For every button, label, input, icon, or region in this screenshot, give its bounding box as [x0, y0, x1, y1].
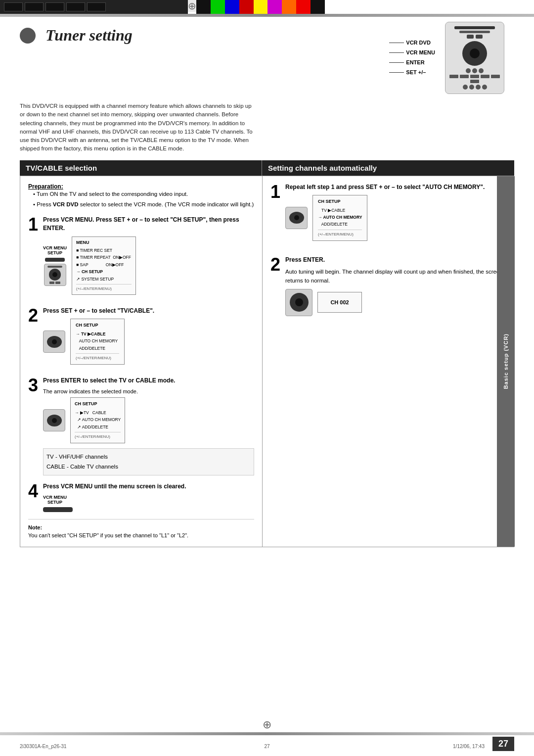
- sc-step-1-diagram: CH SETUP TV ▶CABLE → AUTO CH MEMORY ADD/…: [285, 195, 506, 240]
- step-2-number: 2: [28, 307, 38, 325]
- top-bar: ⊕: [0, 0, 534, 14]
- page-content: Tuner setting VCR DVD VCR MENU ENTER: [0, 17, 534, 557]
- sidebar-tab-area: Basic setup (VCR): [497, 176, 515, 547]
- footer-page-number-center: 27: [264, 744, 269, 749]
- channel-counter-screen: CH 002: [317, 292, 362, 313]
- note-title: Note:: [28, 523, 254, 532]
- left-column: Preparation: Turn ON the TV and select t…: [20, 176, 263, 547]
- step-2-diagram: CH SETUP → TV ▶CABLE AUTO CH MEMORY ADD/…: [43, 319, 254, 364]
- description-row: This DVD/VCR is equipped with a channel …: [20, 102, 514, 153]
- sc-step-2-text: Press ENTER.: [285, 256, 506, 264]
- tv-channels-label: TV - VHF/UHF channels: [46, 452, 118, 462]
- sc-step-1-text: Repeat left step 1 and press SET + or – …: [285, 183, 506, 191]
- section-header-setting-channels: Setting channels automatically: [262, 160, 514, 176]
- section-headers-row: TV/CABLE selection Setting channels auto…: [20, 160, 514, 176]
- sc-ch-setup-title: CH SETUP: [318, 198, 362, 205]
- page-title: Tuner setting: [45, 27, 133, 43]
- sc-ch-setup-screen: CH SETUP TV ▶CABLE → AUTO CH MEMORY ADD/…: [312, 195, 367, 240]
- step-3-diagram: CH SETUP → ▶TV CABLE ↗ AUTO CH MEMORY ↗ …: [43, 397, 254, 443]
- tv-cable-step-4: 4 Press VCR MENU until the menu screen i…: [28, 482, 254, 512]
- screen-footer-1: (+/–/ENTER/MENU): [76, 284, 132, 292]
- bottom-crosshair: ⊕: [263, 718, 271, 731]
- step-2-text: Press SET + or – to select "TV/CABLE".: [43, 307, 254, 315]
- color-block-blue: [225, 0, 239, 14]
- tv-cable-step-3: 3 Press ENTER to select the TV or CABLE …: [28, 377, 254, 475]
- preparation-title: Preparation:: [28, 183, 254, 190]
- step-4-number: 4: [28, 482, 38, 500]
- color-block-yellow: [254, 0, 268, 14]
- channels-info: TV - VHF/UHF channels CABLE - Cable TV c…: [43, 448, 254, 475]
- color-block-red2: [296, 0, 311, 14]
- note-text: You can't select "CH SETUP" if you set t…: [28, 531, 254, 540]
- top-bar-center: ⊕: [188, 0, 196, 12]
- step-4-text: Press VCR MENU until the menu screen is …: [43, 482, 254, 491]
- remote-label-vcr-dvd: VCR DVD: [389, 40, 435, 46]
- sc-step-2-diagram: CH 002: [285, 289, 506, 316]
- footnote-box: Note: You can't select "CH SETUP" if you…: [28, 519, 254, 540]
- color-block-purple: [267, 0, 282, 14]
- sc-step-2: 2 Press ENTER. Auto tuning will begin. T…: [270, 256, 506, 321]
- section-header-tv-cable: TV/CABLE selection: [20, 160, 262, 176]
- bar-block-3: [45, 2, 64, 11]
- prep-item-1: Turn ON the TV and select to the corresp…: [28, 190, 254, 198]
- sc-step-1-content: Repeat left step 1 and press SET + or – …: [285, 183, 506, 246]
- top-bar-right: [196, 0, 325, 14]
- footer-file-left: 2i30301A-En_p26-31: [20, 744, 67, 749]
- step-3-content: Press ENTER to select the TV or CABLE mo…: [43, 377, 254, 475]
- sc-step-2-number: 2: [270, 256, 280, 274]
- color-block-black2: [311, 0, 325, 14]
- remote-label-enter: ENTER: [389, 59, 435, 65]
- sc-step-1-number: 1: [270, 183, 280, 201]
- prep-item-2: Press VCR DVD selector to select the VCR…: [28, 200, 254, 209]
- screen-footer-3: (+/–/ENTER/MENU): [75, 432, 121, 440]
- sc-screen-footer: (+/–/ENTER/MENU): [318, 230, 362, 238]
- sc-step-2-content: Press ENTER. Auto tuning will begin. The…: [285, 256, 506, 321]
- cable-channels-label: CABLE - Cable TV channels: [46, 462, 118, 472]
- bar-block-4: [66, 2, 85, 11]
- step-1-diagram: VCR MENUSETUP: [43, 236, 254, 295]
- color-block-black: [196, 0, 211, 14]
- tv-cable-step-2: 2 Press SET + or – to select "TV/CABLE".…: [28, 307, 254, 370]
- step-1-number: 1: [28, 216, 38, 234]
- title-icon: [20, 28, 36, 44]
- color-block-red1: [239, 0, 254, 14]
- remote-visual: [445, 22, 504, 94]
- ch-setup-title-2: CH SETUP: [76, 322, 119, 329]
- step-4-content: Press VCR MENU until the menu screen is …: [43, 482, 254, 512]
- menu-screen: MENU ■ TIMER REC SET ■ TIMER REPEAT ON▶O…: [72, 236, 136, 295]
- ch-setup-title-3: CH SETUP: [75, 400, 121, 408]
- right-column: 1 Repeat left step 1 and press SET + or …: [263, 176, 514, 547]
- top-bar-left: [0, 0, 188, 14]
- step-2-content: Press SET + or – to select "TV/CABLE". C…: [43, 307, 254, 370]
- step-3-note: The arrow indicates the selected mode.: [43, 388, 254, 394]
- footer-date: 1/12/06, 17:43: [453, 744, 485, 749]
- preparation-box: Preparation: Turn ON the TV and select t…: [28, 183, 254, 209]
- step-1-content: Press VCR MENU. Press SET + or – to sele…: [43, 216, 254, 300]
- sc-step-1: 1 Repeat left step 1 and press SET + or …: [270, 183, 506, 246]
- sidebar-tab-label: Basic setup (VCR): [503, 329, 509, 394]
- step-3-number: 3: [28, 377, 38, 394]
- vcr-menu-label: VCR MENUSETUP: [43, 245, 67, 255]
- tv-cable-step-1: 1 Press VCR MENU. Press SET + or – to se…: [28, 216, 254, 300]
- remote-label-vcr-menu: VCR MENU: [389, 49, 435, 55]
- screen-footer-2: (+/–/ENTER/MENU): [76, 353, 119, 362]
- title-section: Tuner setting VCR DVD VCR MENU ENTER: [20, 27, 514, 94]
- color-block-orange: [282, 0, 296, 14]
- bar-block-1: [4, 2, 23, 11]
- step-3-text: Press ENTER to select the TV or CABLE mo…: [43, 377, 254, 385]
- tv-cable-screen: CH SETUP → ▶TV CABLE ↗ AUTO CH MEMORY ↗ …: [70, 397, 125, 443]
- color-block-green: [211, 0, 225, 14]
- step-1-text: Press VCR MENU. Press SET + or – to sele…: [43, 216, 254, 233]
- bar-block-5: [87, 2, 106, 11]
- page-number-box: 27: [492, 737, 514, 751]
- header-description: This DVD/VCR is equipped with a channel …: [20, 102, 257, 153]
- bar-block-2: [25, 2, 44, 11]
- bottom-line: [0, 732, 534, 735]
- remote-label-set: SET +/–: [389, 69, 435, 75]
- main-columns: Preparation: Turn ON the TV and select t…: [20, 176, 514, 547]
- ch-setup-screen-2: CH SETUP → TV ▶CABLE AUTO CH MEMORY ADD/…: [70, 319, 125, 364]
- auto-tuning-description: Auto tuning will begin. The channel disp…: [285, 268, 506, 285]
- step-4-vcr-label: VCR MENUSETUP: [43, 495, 67, 505]
